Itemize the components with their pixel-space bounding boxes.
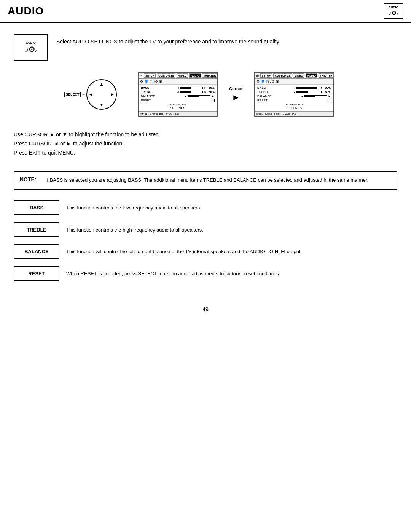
screen2-treble-left: ◄ bbox=[293, 91, 296, 93]
dpad-row: SELECT → ◄ ► ▲ ▼ bbox=[86, 79, 117, 110]
note-text: If BASS is selected you are adjusting BA… bbox=[42, 172, 373, 189]
intro-icon-box: AUDIO ♪⊙♪ bbox=[14, 34, 48, 61]
screen2-reset-checkbox bbox=[328, 99, 331, 102]
screen2-treble-value: 50% bbox=[324, 90, 331, 94]
screen1-footer-exit: Exit bbox=[175, 112, 179, 115]
dpad-up-arrow: ▲ bbox=[99, 81, 104, 87]
feature-row-reset: RESET When RESET is selected, press SELE… bbox=[14, 266, 397, 281]
screen2-treble-slider: ◄ ► 50% bbox=[293, 90, 331, 94]
screen1-icon3: ◻ bbox=[150, 80, 152, 83]
screen2-treble-label: TREBLE bbox=[257, 90, 277, 94]
screen1-treble-track bbox=[180, 91, 203, 93]
screen2-icon4: ♪⊙ bbox=[270, 80, 275, 83]
screen2-icon2: 👤 bbox=[261, 80, 265, 83]
header-audio-icon: AUDIO ♪⊙♪ bbox=[389, 6, 398, 16]
select-label: SELECT bbox=[64, 92, 81, 97]
screen2-bass-pointer: ► bbox=[320, 86, 323, 89]
screen2-advanced-label: ADVANCEDSETTINGS bbox=[257, 103, 331, 110]
screen1-bass-label: BASS bbox=[141, 86, 161, 89]
header-icon-box: AUDIO ♪⊙♪ bbox=[384, 3, 403, 19]
screen2-icon5: ▣ bbox=[276, 80, 279, 83]
screen2-bass-fill bbox=[297, 87, 317, 89]
feature-row-bass: BASS This function controls the low freq… bbox=[14, 200, 397, 216]
screen1-balance-label: BALANCE bbox=[141, 94, 161, 98]
select-label-area: SELECT → bbox=[64, 92, 86, 97]
screen1-treble-value: 50% bbox=[208, 90, 215, 94]
feature-desc-balance: This function will control the left to r… bbox=[59, 244, 309, 259]
page-title: AUDIO bbox=[8, 5, 44, 17]
screen1-treble-pointer: ► bbox=[204, 90, 207, 94]
instruction-line2: Press CURSOR ◄ or ► to adjust the functi… bbox=[14, 139, 397, 149]
dpad-down-arrow: ▼ bbox=[99, 102, 104, 107]
dpad-right-arrow: ► bbox=[110, 92, 115, 97]
screen1-icon1: ⚙ bbox=[140, 80, 143, 83]
dpad-left-arrow: ◄ bbox=[89, 92, 93, 97]
screen1-treble-slider: ◄ ► 50% bbox=[177, 90, 215, 94]
screen2-footer-toquit: To Quit bbox=[281, 112, 290, 115]
dpad-control: ◄ ► ▲ ▼ bbox=[86, 79, 117, 110]
screen1-icon5: ▣ bbox=[159, 80, 162, 83]
arrow-right-icon: → bbox=[81, 92, 85, 96]
screen2-bass-slider: ◄ ► 90% bbox=[293, 86, 331, 89]
screen1-tab-theater: THEATER bbox=[202, 73, 218, 78]
screen2: ⊕ SETUP CUSTOMIZE VIDEO AUDIO THEATER ⚙ … bbox=[254, 72, 334, 117]
feature-desc-bass: This function controls the low frequency… bbox=[59, 200, 208, 216]
screen1-treble-fill bbox=[180, 91, 191, 93]
cursor-right-arrow-icon: ► bbox=[232, 93, 240, 102]
screen2-footer-menu: Menu bbox=[256, 112, 263, 115]
screen1-footer-menu: Menu bbox=[140, 112, 147, 115]
screen2-balance-pointer: ► bbox=[328, 94, 331, 98]
screen1-bass-value: 50% bbox=[208, 86, 215, 89]
screen2-footer-tomenubar: To Menu Bar bbox=[265, 112, 280, 115]
screen1-balance-pointer: ► bbox=[212, 94, 215, 98]
screen2-content: BASS ◄ ► 90% TREBLE ◄ bbox=[255, 85, 333, 111]
screen1-footer-toquit: To Quit bbox=[165, 112, 173, 115]
screen2-icon-row: ⚙ 👤 ◻ ♪⊙ ▣ bbox=[255, 79, 333, 85]
screen1-bass-fill bbox=[180, 87, 191, 89]
screen1-home-icon: ⊕ bbox=[140, 74, 143, 78]
feature-label-bass: BASS bbox=[14, 200, 59, 215]
screen1-bass-left: ◄ bbox=[177, 86, 179, 89]
page-header: AUDIO AUDIO ♪⊙♪ bbox=[0, 0, 411, 23]
screen1-treble-left: ◄ bbox=[177, 91, 179, 93]
screen1-icon4: ♪⊙ bbox=[153, 80, 158, 83]
screen1-balance-row: BALANCE ◄ ► bbox=[141, 94, 215, 98]
screen2-balance-label: BALANCE bbox=[257, 94, 277, 98]
instruction-line1: Use CURSOR ▲ or ▼ to highlight the funct… bbox=[14, 130, 397, 139]
cursor-label: Cursor bbox=[229, 86, 243, 91]
screen2-bass-row: BASS ◄ ► 90% bbox=[257, 86, 331, 89]
screen1-advanced-label: ADVANCEDSETTINGS bbox=[141, 103, 215, 110]
screen1-balance-track bbox=[188, 95, 210, 97]
screen1: ⊕ SETUP CUSTOMIZE VIDEO AUDIO THEATER ⚙ … bbox=[138, 72, 218, 117]
screen2-icon3: ◻ bbox=[266, 80, 269, 83]
diagram-section: SELECT → ◄ ► ▲ ▼ ⊕ SETUP CUSTOMIZE VIDEO… bbox=[14, 72, 397, 117]
feature-label-treble: TREBLE bbox=[14, 222, 59, 237]
dpad-area: SELECT → ◄ ► ▲ ▼ bbox=[77, 79, 126, 110]
screen2-treble-fill bbox=[297, 91, 308, 93]
screen2-treble-track bbox=[296, 91, 319, 93]
screen2-balance-track bbox=[304, 95, 327, 97]
screen2-menubar: ⊕ SETUP CUSTOMIZE VIDEO AUDIO THEATER bbox=[255, 73, 333, 79]
screen1-reset-row: RESET bbox=[141, 99, 215, 102]
screen2-reset-label: RESET bbox=[257, 99, 277, 102]
screen2-bass-value: 90% bbox=[324, 86, 331, 89]
screen1-icon2: 👤 bbox=[144, 80, 148, 83]
screen1-balance-slider: ◄ ► bbox=[184, 94, 215, 98]
screen2-reset-row: RESET bbox=[257, 99, 331, 102]
screen1-balance-left: ◄ bbox=[184, 95, 187, 97]
screen2-balance-fill bbox=[304, 96, 315, 97]
screen1-bass-slider: ◄ ► 50% bbox=[177, 86, 215, 89]
instruction-line3: Press EXIT to quit MENU. bbox=[14, 149, 397, 158]
feature-row-treble: TREBLE This function controls the high f… bbox=[14, 222, 397, 238]
screen2-balance-row: BALANCE ◄ ► bbox=[257, 94, 331, 98]
screen2-tab-theater: THEATER bbox=[319, 73, 334, 78]
screen1-footer-tomenubar: To Menu Bar bbox=[148, 112, 163, 115]
screen1-tab-video: VIDEO bbox=[177, 73, 188, 78]
screen1-balance-fill bbox=[188, 96, 199, 97]
feature-row-balance: BALANCE This function will control the l… bbox=[14, 244, 397, 259]
screen2-treble-row: TREBLE ◄ ► 50% bbox=[257, 90, 331, 94]
screen2-tab-setup: SETUP bbox=[260, 73, 272, 78]
screen1-bass-track bbox=[180, 87, 203, 89]
screen2-balance-slider: ◄ ► bbox=[301, 94, 331, 98]
screen1-icon-row: ⚙ 👤 ◻ ♪⊙ ▣ bbox=[139, 79, 217, 85]
